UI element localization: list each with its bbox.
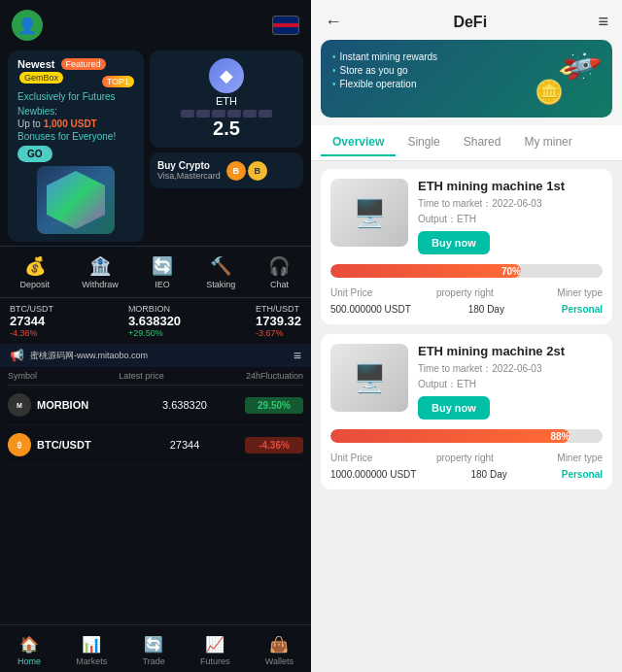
banner-right: ◆ ETH 2.5 Buy Crypto Visa,Mastercard bbox=[150, 50, 303, 242]
eth-card: ◆ ETH 2.5 bbox=[150, 50, 303, 148]
nav-ieo[interactable]: 🔄 IEO bbox=[151, 254, 174, 289]
gembox-badge: GemBox bbox=[19, 72, 63, 84]
progress-fill-1 bbox=[330, 264, 521, 278]
property-right-label-2: property right bbox=[436, 453, 494, 463]
mining-card-2: 🖥️ ETH mining machine 2st Time to market… bbox=[321, 334, 612, 489]
miner-type-value-2: Personal bbox=[562, 469, 603, 480]
miner-meta-1: Time to market：2022-06-03 Output：ETH bbox=[418, 196, 603, 227]
tabs-row: Overview Single Shared My miner bbox=[311, 125, 622, 161]
page-title: DeFi bbox=[453, 14, 487, 31]
tab-single[interactable]: Single bbox=[396, 129, 451, 156]
crypto-icons: B B bbox=[226, 161, 267, 181]
market-row-btcusdt[interactable]: ₿ BTC/USDT 27344 -4.36% bbox=[8, 425, 303, 465]
marquee-text: 蜜桃源码网-www.mitaobo.com bbox=[30, 350, 294, 362]
trade-icon: 🔄 bbox=[143, 633, 164, 655]
amount-line: Up to 1,000 USDT bbox=[17, 118, 134, 129]
market-table-header: Symbol Latest price 24hFluctuation bbox=[8, 367, 303, 386]
miner-name-2: ETH mining machine 2st bbox=[418, 344, 603, 358]
unit-price-value-2: 1000.000000 USDT bbox=[330, 469, 416, 480]
promo-line2: Newbies: bbox=[17, 106, 134, 117]
bottom-nav-wallets[interactable]: 👜 Wallets bbox=[265, 633, 294, 666]
bottom-nav: 🏠 Home 📊 Markets 🔄 Trade 📈 Futures 👜 Wal… bbox=[0, 624, 311, 672]
marquee-bar: 📢 蜜桃源码网-www.mitaobo.com ≡ bbox=[0, 344, 311, 367]
nav-withdraw-label: Withdraw bbox=[82, 280, 119, 289]
promo-decoration: 🚀 🪙 bbox=[525, 45, 603, 113]
unit-price-label-2: Unit Price bbox=[330, 453, 372, 463]
miner-type-label-2: Miner type bbox=[557, 453, 603, 463]
newest-label: Newest bbox=[17, 58, 55, 70]
eth-dots bbox=[181, 110, 272, 118]
nav-bar: 💰 Deposit 🏦 Withdraw 🔄 IEO 🔨 Staking 🎧 C… bbox=[0, 246, 311, 298]
right-header: ← DeFi ≡ bbox=[311, 0, 622, 40]
miner-type-label-1: Miner type bbox=[557, 287, 603, 298]
miner-details-2: ETH mining machine 2st Time to market：20… bbox=[418, 344, 603, 420]
wallets-icon: 👜 bbox=[268, 633, 290, 655]
markets-label: Markets bbox=[76, 656, 107, 666]
back-arrow[interactable]: ← bbox=[325, 12, 342, 32]
nav-ieo-label: IEO bbox=[155, 280, 170, 289]
menu-icon[interactable]: ≡ bbox=[294, 348, 301, 363]
banner-section: Newest Featured GemBox TOP1 Exclusively … bbox=[0, 47, 311, 246]
unit-price-label-1: Unit Price bbox=[330, 287, 372, 298]
morbion-change: 29.50% bbox=[245, 397, 303, 414]
ethusdt-ticker: ETH/USDT 1739.32 -3.67% bbox=[256, 304, 301, 338]
futures-label: Futures bbox=[200, 656, 230, 666]
coin-icon: 🪙 bbox=[535, 79, 564, 106]
nav-deposit[interactable]: 💰 Deposit bbox=[20, 254, 51, 289]
mining-card-1: 🖥️ ETH mining machine 1st Time to market… bbox=[321, 169, 612, 324]
mining-card-1-top: 🖥️ ETH mining machine 1st Time to market… bbox=[321, 169, 612, 264]
futures-icon: 📈 bbox=[204, 633, 225, 655]
buy-now-btn-1[interactable]: Buy now bbox=[418, 231, 490, 254]
property-right-label-1: property right bbox=[436, 287, 494, 298]
morbion-price: 3.638320 bbox=[124, 399, 245, 411]
nav-withdraw[interactable]: 🏦 Withdraw bbox=[82, 254, 119, 289]
bottom-nav-trade[interactable]: 🔄 Trade bbox=[143, 633, 165, 666]
btcusdt-coin-info: ₿ BTC/USDT bbox=[8, 433, 124, 456]
market-row-morbion[interactable]: M MORBION 3.638320 29.50% bbox=[8, 386, 303, 425]
staking-icon: 🔨 bbox=[209, 254, 232, 278]
speaker-icon: 📢 bbox=[10, 349, 24, 362]
chat-icon: 🎧 bbox=[267, 254, 291, 278]
price-detail-row-1: 500.000000 USDT 180 Day Personal bbox=[321, 302, 612, 324]
market-table: Symbol Latest price 24hFluctuation M MOR… bbox=[0, 367, 311, 624]
language-flag[interactable] bbox=[272, 16, 299, 35]
miner-name-1: ETH mining machine 1st bbox=[418, 179, 603, 193]
progress-bar-1: 70% bbox=[330, 264, 603, 278]
promo-banner-right: Instant mining rewards Store as you go F… bbox=[321, 40, 612, 118]
home-icon: 🏠 bbox=[18, 633, 40, 655]
unit-price-value-1: 500.000000 USDT bbox=[330, 304, 411, 315]
bottom-nav-futures[interactable]: 📈 Futures bbox=[200, 633, 230, 666]
bottom-nav-home[interactable]: 🏠 Home bbox=[17, 633, 41, 666]
progress-bar-2: 88% bbox=[330, 429, 603, 443]
promo-banner-left: Newest Featured GemBox TOP1 Exclusively … bbox=[8, 50, 144, 242]
markets-icon: 📊 bbox=[81, 633, 102, 655]
home-label: Home bbox=[17, 656, 41, 666]
withdraw-icon: 🏦 bbox=[88, 254, 112, 278]
btcusdt-name: BTC/USDT bbox=[37, 439, 91, 451]
miner-type-value-1: Personal bbox=[562, 304, 603, 315]
nav-chat-label: Chat bbox=[270, 280, 289, 289]
nav-deposit-label: Deposit bbox=[20, 280, 51, 289]
wallets-label: Wallets bbox=[265, 656, 294, 666]
nav-chat[interactable]: 🎧 Chat bbox=[267, 254, 291, 289]
eth-logo: ◆ bbox=[209, 58, 244, 93]
hamburger-icon[interactable]: ≡ bbox=[598, 12, 608, 32]
morbion-logo: M bbox=[8, 393, 31, 417]
price-ticker: BTC/USDT 27344 -4.36% MORBION 3.638320 +… bbox=[0, 298, 311, 344]
tab-shared[interactable]: Shared bbox=[452, 129, 513, 156]
btcusdt-price: 27344 bbox=[124, 439, 245, 451]
tab-overview[interactable]: Overview bbox=[321, 129, 396, 156]
bottom-nav-markets[interactable]: 📊 Markets bbox=[76, 633, 107, 666]
progress-label-2: 88% bbox=[550, 431, 570, 442]
buy-crypto-card[interactable]: Buy Crypto Visa,Mastercard B B bbox=[150, 152, 303, 188]
buy-now-btn-2[interactable]: Buy now bbox=[418, 396, 490, 420]
tab-my-miner[interactable]: My miner bbox=[512, 129, 583, 156]
bnb-icon: B bbox=[248, 161, 267, 181]
morbion-ticker: MORBION 3.638320 +29.50% bbox=[128, 304, 181, 338]
morbion-coin-info: M MORBION bbox=[8, 393, 124, 417]
miner-details-1: ETH mining machine 1st Time to market：20… bbox=[418, 179, 603, 254]
user-avatar[interactable]: 👤 bbox=[12, 10, 43, 41]
miner-image-1: 🖥️ bbox=[330, 179, 408, 247]
go-button[interactable]: GO bbox=[17, 146, 52, 162]
nav-staking[interactable]: 🔨 Staking bbox=[206, 254, 235, 289]
